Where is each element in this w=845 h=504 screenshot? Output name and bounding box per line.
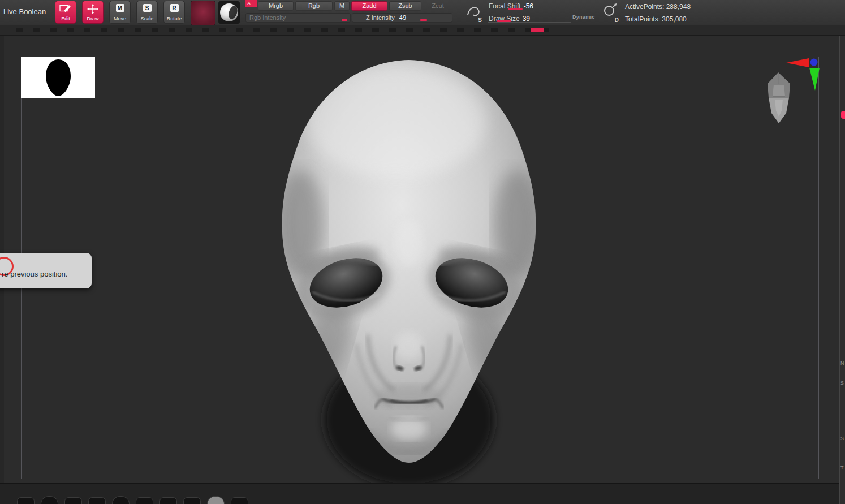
right-edge-label: T [840,465,844,471]
move-button-label: Move [114,16,126,21]
zbrush-app: Live Boolean Edit Draw M Move S Scale [0,0,845,504]
bottom-tray-icon[interactable] [231,497,248,504]
tooltip: re previous position. [0,253,92,288]
zcut-button[interactable]: Zcut [423,1,452,11]
zadd-button[interactable]: Zadd [351,1,387,11]
focal-shift-value: -56 [524,2,533,10]
zsub-button[interactable]: Zsub [389,1,421,11]
draw-icon [87,4,98,14]
divider-active-tick [531,28,544,32]
right-edge-label: S [840,436,844,441]
stroke-selector[interactable]: S [464,1,484,24]
alien-model[interactable] [0,35,845,484]
depth-letter: D [615,17,619,23]
rgb-intensity-indicator [342,19,347,21]
alpha-silhouette [21,57,95,98]
live-boolean-button[interactable]: Live Boolean [3,7,46,16]
rotate-icon: R [170,4,179,12]
edit-button[interactable]: Edit [55,1,76,24]
right-tray-indicator [841,111,845,119]
move-button[interactable]: M Move [109,1,131,24]
bottom-tray-icon[interactable] [17,497,35,504]
z-intensity-value: 49 [399,14,406,21]
m-button[interactable]: M [334,1,350,11]
scale-button-label: Scale [141,16,154,21]
tray-divider[interactable] [0,25,845,36]
active-points-readout: ActivePoints: 288,948 [625,3,691,11]
material-sphere-icon [220,3,238,21]
current-brush-thumbnail[interactable] [191,1,215,25]
draw-size-indicator [497,20,511,22]
rotate-button-label: Rotate [167,16,182,21]
edit-icon [59,4,72,12]
bottom-tray-icon[interactable] [41,496,58,504]
bottom-tray-icon[interactable] [207,496,225,504]
y-axis-arrow [809,68,820,91]
z-intensity-handle[interactable] [420,19,427,21]
bottom-tray-icon[interactable] [64,497,82,504]
mrgb-button[interactable]: Mrgb [258,1,294,11]
focal-shift-track[interactable] [488,10,571,10]
right-edge-label: S [840,380,844,386]
rgb-intensity-label: Rgb Intensity [249,14,286,21]
scale-button[interactable]: S Scale [136,1,158,24]
scale-icon: S [143,4,152,12]
bottom-tray-icon[interactable] [159,497,177,504]
alpha-thumbnail[interactable] [21,57,95,98]
material-selector[interactable] [218,1,240,24]
z-intensity-label: Z Intensity [366,14,395,21]
right-tray-edge[interactable]: N S S T [839,25,845,504]
bottom-tray-icon[interactable] [183,497,201,504]
focal-shift-indicator [508,8,523,10]
rgb-button[interactable]: Rgb [295,1,333,11]
camera-gizmo[interactable] [758,55,826,129]
nav-head-icon [768,72,790,123]
draw-button-label: Draw [87,16,98,21]
x-axis-arrow [786,58,809,67]
total-points-readout: TotalPoints: 305,080 [625,15,687,23]
depth-mode-selector[interactable]: D [601,1,620,24]
draw-button[interactable]: Draw [82,1,104,24]
top-toolbar: Live Boolean Edit Draw M Move S Scale [0,0,845,25]
bottom-tray-icon[interactable] [112,496,130,504]
tooltip-text: re previous position. [2,270,67,278]
z-axis-dot [810,59,818,66]
bottom-tray-icon[interactable] [136,497,153,504]
alpha-tab[interactable]: A [245,0,257,7]
dynamic-toggle[interactable]: Dynamic [572,14,595,20]
draw-size-value: 39 [523,15,530,23]
bottom-tray [0,483,840,504]
bottom-tray-icon[interactable] [88,497,106,504]
divider-ticks [16,28,553,32]
move-icon: M [116,4,124,12]
bottom-tray-icons [17,496,248,504]
right-edge-label: N [840,360,844,366]
z-intensity-slider[interactable]: Z Intensity 49 [352,13,452,23]
edit-button-label: Edit [61,16,70,21]
draw-size-track[interactable] [488,22,571,23]
rotate-button[interactable]: R Rotate [163,1,185,24]
rgb-intensity-slider[interactable]: Rgb Intensity [245,13,351,23]
stroke-letter: S [478,17,482,23]
